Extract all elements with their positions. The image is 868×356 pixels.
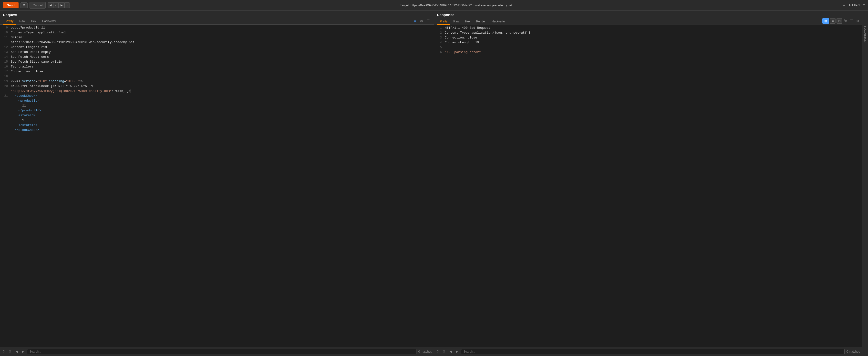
request-newlines-icon[interactable]: \n bbox=[419, 19, 424, 24]
request-tabs: Pretty Raw Hex Hackvertor ≡ \n ☰ bbox=[3, 18, 431, 24]
inspector-sidebar: INSPECTOR bbox=[862, 11, 868, 356]
request-tab-icons: ≡ \n ☰ bbox=[413, 19, 431, 24]
response-code-line: 5 bbox=[434, 45, 862, 50]
code-line-url: "http://4rwnyy50w4re9yjdslqlecvo2f87wxkm… bbox=[0, 89, 434, 94]
code-line: </storeId> bbox=[0, 123, 434, 128]
response-panel-header: Response Pretty Raw Hex Render Hackverto… bbox=[434, 11, 862, 25]
code-line: 16 Te: trailers bbox=[0, 65, 434, 69]
request-menu-icon[interactable]: ☰ bbox=[426, 19, 431, 24]
code-line: https://0aef009f04504869c11012d6004a001c… bbox=[0, 40, 434, 45]
response-code-line: 2 Content-Type: application/json; charse… bbox=[434, 31, 862, 36]
tab-request-hex[interactable]: Hex bbox=[28, 18, 39, 25]
view-icon-grid[interactable]: ▦ bbox=[823, 18, 829, 24]
response-panel-title: Response bbox=[437, 13, 859, 17]
response-matches: 0 matches bbox=[846, 350, 860, 353]
code-line: 11 Origin: bbox=[0, 35, 434, 40]
tab-response-render[interactable]: Render bbox=[473, 19, 489, 25]
code-line: 11 bbox=[0, 104, 434, 108]
code-line: <storeId> bbox=[0, 113, 434, 118]
settings-button[interactable]: ⚙ bbox=[21, 2, 28, 8]
request-search-input[interactable] bbox=[27, 349, 416, 354]
response-help-icon[interactable]: ? bbox=[436, 349, 440, 354]
code-line: 10 Content-Type: application/xml bbox=[0, 31, 434, 35]
request-panel-header: Request Pretty Raw Hex Hackvertor ≡ \n ☰ bbox=[0, 11, 434, 25]
response-tabs: Pretty Raw Hex Render Hackvertor ▦ ≡ □ \… bbox=[437, 18, 859, 25]
target-url: Target: https://0aef009f04504869c11012d6… bbox=[72, 3, 840, 7]
code-line: 14 Sec-Fetch-Mode: cors bbox=[0, 55, 434, 60]
request-bottom-bar: ? ⚙ ◀ ▶ 0 matches bbox=[0, 347, 434, 356]
tab-request-pretty[interactable]: Pretty bbox=[3, 18, 17, 25]
http-version: HTTP/1 bbox=[849, 3, 860, 7]
code-line: 19 <?xml version="1.0" encoding="UTF-8"?… bbox=[0, 79, 434, 84]
code-line: 20 <!DOCTYPE stockCheck [<!ENTITY % xxe … bbox=[0, 84, 434, 89]
tab-request-raw[interactable]: Raw bbox=[17, 18, 28, 25]
response-forward-icon[interactable]: ▶ bbox=[455, 349, 459, 354]
code-line: </productId> bbox=[0, 108, 434, 113]
response-code-area[interactable]: 1 HTTP/1.1 400 Bad Request 2 Content-Typ… bbox=[434, 25, 862, 347]
code-line: 1 bbox=[0, 118, 434, 123]
cancel-button[interactable]: Cancel bbox=[30, 2, 45, 8]
code-line: 13 Sec-Fetch-Dest: empty bbox=[0, 50, 434, 55]
nav-arrows: ◀ ▾ ▶ ▾ bbox=[48, 2, 70, 8]
code-line: 21 <stockCheck> bbox=[0, 94, 434, 99]
request-forward-icon[interactable]: ▶ bbox=[21, 349, 25, 354]
main-content: Request Pretty Raw Hex Hackvertor ≡ \n ☰… bbox=[0, 11, 868, 356]
prev-button[interactable]: ◀ bbox=[48, 2, 53, 8]
code-line: 9 oduct?productId=11 bbox=[0, 26, 434, 31]
tab-response-pretty[interactable]: Pretty bbox=[437, 19, 451, 25]
response-menu-icon[interactable]: ☰ bbox=[849, 19, 854, 24]
view-icon-expand[interactable]: □ bbox=[837, 18, 842, 24]
help-icon[interactable]: ? bbox=[863, 3, 865, 7]
right-side: Response Pretty Raw Hex Render Hackverto… bbox=[434, 11, 868, 356]
response-newlines-icon[interactable]: \n bbox=[843, 19, 848, 24]
request-help-icon[interactable]: ? bbox=[2, 349, 6, 354]
request-panel: Request Pretty Raw Hex Hackvertor ≡ \n ☰… bbox=[0, 11, 434, 356]
response-settings-icon[interactable]: ⚙ bbox=[857, 19, 859, 24]
code-line: 12 Content-Length: 219 bbox=[0, 45, 434, 50]
send-button[interactable]: Send bbox=[3, 2, 19, 8]
view-icon-lines[interactable]: ≡ bbox=[830, 18, 836, 24]
code-line: 18 bbox=[0, 74, 434, 79]
code-line: 15 Sec-Fetch-Site: same-origin bbox=[0, 60, 434, 65]
request-wrap-icon[interactable]: ≡ bbox=[413, 19, 417, 24]
response-code-line: 3 Connection: close bbox=[434, 36, 862, 40]
request-code-area[interactable]: 9 oduct?productId=11 10 Content-Type: ap… bbox=[0, 25, 434, 347]
response-code-line: 1 HTTP/1.1 400 Bad Request bbox=[434, 26, 862, 31]
response-back-icon[interactable]: ◀ bbox=[448, 349, 453, 354]
tab-response-hex[interactable]: Hex bbox=[462, 19, 473, 25]
inspector-label: INSPECTOR bbox=[864, 25, 867, 43]
code-line: </stockCheck> bbox=[0, 128, 434, 133]
edit-icon[interactable]: ✏ bbox=[843, 3, 845, 7]
response-panel: Response Pretty Raw Hex Render Hackverto… bbox=[434, 11, 862, 356]
response-settings-icon[interactable]: ⚙ bbox=[441, 349, 446, 354]
tab-response-hackvertor[interactable]: Hackvertor bbox=[489, 19, 509, 25]
request-panel-title: Request bbox=[3, 13, 431, 17]
prev-dropdown-button[interactable]: ▾ bbox=[53, 2, 59, 8]
tab-response-raw[interactable]: Raw bbox=[451, 19, 462, 25]
response-bottom-bar: ? ⚙ ◀ ▶ 0 matches bbox=[434, 347, 862, 356]
response-search-input[interactable] bbox=[461, 349, 844, 354]
response-view-icons: ▦ ≡ □ \n ☰ ⚙ bbox=[823, 18, 859, 25]
code-line: 17 Connection: close bbox=[0, 69, 434, 74]
next-dropdown-button[interactable]: ▾ bbox=[64, 2, 70, 8]
code-line: <productId> bbox=[0, 99, 434, 104]
top-bar: Send ⚙ Cancel ◀ ▾ ▶ ▾ Target: https://0a… bbox=[0, 0, 868, 11]
next-button[interactable]: ▶ bbox=[59, 2, 64, 8]
request-settings-icon[interactable]: ⚙ bbox=[7, 349, 12, 354]
response-code-line: 6 "XML parsing error" bbox=[434, 50, 862, 55]
tab-request-hackvertor[interactable]: Hackvertor bbox=[39, 18, 59, 25]
response-code-line: 4 Content-Length: 19 bbox=[434, 40, 862, 45]
request-back-icon[interactable]: ◀ bbox=[14, 349, 19, 354]
request-matches: 0 matches bbox=[418, 350, 432, 353]
